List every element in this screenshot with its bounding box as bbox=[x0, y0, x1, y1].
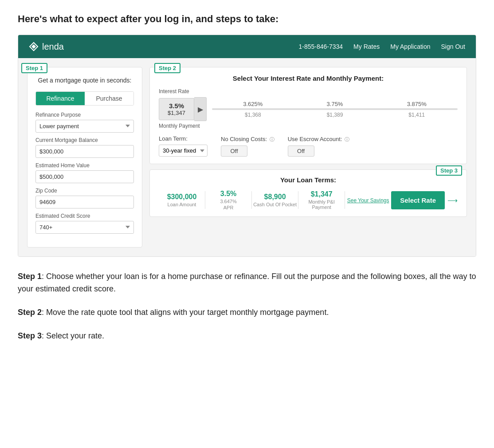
monthly-payment-main: $1,347 bbox=[298, 190, 345, 198]
brand-name: lenda bbox=[42, 42, 64, 52]
loan-terms-box: Step 3 Your Loan Terms: $300,000 Loan Am… bbox=[149, 169, 467, 217]
interest-rate-label: Interest Rate bbox=[159, 88, 458, 94]
payment-opt-0: $1,368 bbox=[212, 112, 294, 118]
no-closing-costs-group: No Closing Costs: ⓘ Off bbox=[221, 136, 274, 157]
loan-term-row: Loan Term: 30-year fixed No Closing Cost… bbox=[159, 135, 458, 157]
monthly-payment-label: Monthly P&I Payment bbox=[298, 199, 345, 210]
page-heading: Here's what to expect after you log in, … bbox=[18, 13, 476, 25]
credit-score-select[interactable]: 740+ bbox=[35, 221, 134, 234]
rate-track bbox=[212, 108, 458, 110]
panel-title: Get a mortgage quote in seconds: bbox=[35, 76, 134, 85]
mortgage-balance-label: Current Mortgage Balance bbox=[35, 137, 134, 143]
refinance-purpose-label: Refinance Purpose bbox=[35, 112, 134, 118]
monthly-payment-label: Monthly Payment bbox=[159, 123, 458, 129]
rate-pct: 3.5% bbox=[165, 102, 188, 110]
navbar-sign-out[interactable]: Sign Out bbox=[441, 43, 465, 50]
mortgage-balance-group: Current Mortgage Balance bbox=[35, 137, 134, 158]
app-screenshot: lenda 1-855-846-7334 My Rates My Applica… bbox=[18, 35, 476, 257]
zip-code-group: Zip Code bbox=[35, 188, 134, 208]
descriptions: Step 1: Choose whether your loan is for … bbox=[18, 270, 476, 342]
desc-step1: Step 1: Choose whether your loan is for … bbox=[18, 270, 476, 296]
desc-step3: Step 3: Select your rate. bbox=[18, 330, 476, 342]
desc-step1-text: : Choose whether your loan is for a home… bbox=[18, 272, 476, 294]
payment-opt-1: $1,389 bbox=[294, 112, 376, 118]
left-panel: Step 1 Get a mortgage quote in seconds: … bbox=[27, 67, 142, 248]
zip-code-label: Zip Code bbox=[35, 188, 134, 194]
monthly-payment-item: $1,347 Monthly P&I Payment bbox=[298, 190, 345, 210]
see-savings-link[interactable]: See Your Savings bbox=[347, 197, 389, 204]
zip-code-input[interactable] bbox=[35, 196, 134, 208]
select-rate-button[interactable]: Select Rate bbox=[391, 191, 445, 209]
right-panel: Step 2 Select Your Interest Rate and Mon… bbox=[149, 67, 467, 248]
see-savings-item: See Your Savings bbox=[345, 196, 391, 204]
loan-term-group: Loan Term: 30-year fixed bbox=[159, 135, 208, 157]
rate-box: Step 2 Select Your Interest Rate and Mon… bbox=[149, 67, 467, 164]
credit-score-group: Estimated Credit Score 740+ bbox=[35, 213, 134, 234]
no-closing-costs-toggle[interactable]: Off bbox=[221, 145, 247, 157]
rate-opt-0: 3.625% bbox=[212, 101, 294, 107]
desc-step3-text: : Select your rate. bbox=[42, 331, 104, 340]
navbar-brand: lenda bbox=[29, 42, 64, 52]
arrow-right-icon: ⟶ bbox=[447, 196, 458, 204]
no-closing-costs-label: No Closing Costs: ⓘ bbox=[221, 136, 274, 143]
desc-step1-label: Step 1 bbox=[18, 272, 42, 281]
loan-terms-row: $300,000 Loan Amount 3.5% 3.647% APR $8,… bbox=[159, 190, 458, 210]
apr-value: 3.647% bbox=[205, 199, 251, 204]
lenda-logo-icon bbox=[29, 42, 39, 51]
rate-opt-1: 3.75% bbox=[294, 101, 376, 107]
tab-row: Refinance Purchase bbox=[35, 91, 134, 106]
loan-term-select[interactable]: 30-year fixed bbox=[159, 145, 208, 157]
loan-term-label: Loan Term: bbox=[159, 135, 208, 142]
desc-step3-label: Step 3 bbox=[18, 331, 42, 340]
navbar-my-application[interactable]: My Application bbox=[390, 43, 430, 50]
refinance-purpose-group: Refinance Purpose Lower payment bbox=[35, 112, 134, 133]
loan-amount-label: Loan Amount bbox=[159, 202, 205, 207]
rate-opt-2: 3.875% bbox=[376, 101, 458, 107]
cash-out-value: $8,900 bbox=[252, 193, 298, 201]
app-body: Step 1 Get a mortgage quote in seconds: … bbox=[18, 58, 476, 256]
rate-options-container: 3.625% 3.75% 3.875% $1,368 $1,389 $1,411 bbox=[207, 101, 458, 118]
loan-amount-value: $300,000 bbox=[159, 193, 205, 201]
step2-badge: Step 2 bbox=[154, 63, 180, 73]
rate-payments-row: $1,368 $1,389 $1,411 bbox=[212, 112, 458, 118]
apr-label: APR bbox=[205, 205, 251, 210]
apr-item: 3.5% 3.647% APR bbox=[205, 190, 251, 210]
navbar-links: 1-855-846-7334 My Rates My Application S… bbox=[298, 43, 465, 50]
home-value-input[interactable] bbox=[35, 170, 134, 183]
svg-marker-1 bbox=[31, 44, 36, 49]
cash-out-label: Cash Out Of Pocket bbox=[252, 202, 298, 207]
desc-step2-text: : Move the rate quote tool that aligns w… bbox=[42, 308, 329, 317]
navbar-phone: 1-855-846-7334 bbox=[298, 43, 343, 50]
use-escrow-info-icon: ⓘ bbox=[345, 137, 349, 142]
home-value-group: Estimated Home Value bbox=[35, 162, 134, 183]
rate-selected: 3.5% $1,347 bbox=[159, 98, 194, 120]
rate-payment-value: $1,347 bbox=[165, 110, 188, 116]
rate-value: 3.5% bbox=[205, 190, 251, 198]
refinance-purpose-select[interactable]: Lower payment bbox=[35, 120, 134, 133]
credit-score-label: Estimated Credit Score bbox=[35, 213, 134, 219]
navbar: lenda 1-855-846-7334 My Rates My Applica… bbox=[18, 35, 476, 58]
use-escrow-toggle[interactable]: Off bbox=[288, 145, 314, 157]
home-value-label: Estimated Home Value bbox=[35, 162, 134, 169]
navbar-my-rates[interactable]: My Rates bbox=[353, 43, 380, 50]
rate-slider-row: 3.5% $1,347 ▶ 3.625% 3.75% 3.875% $1,368 bbox=[159, 97, 458, 121]
rate-opts-row: 3.625% 3.75% 3.875% bbox=[212, 101, 458, 107]
step3-badge: Step 3 bbox=[436, 165, 462, 176]
use-escrow-group: Use Escrow Account: ⓘ Off bbox=[288, 136, 349, 157]
rate-next-arrow[interactable]: ▶ bbox=[194, 97, 207, 121]
loan-amount-item: $300,000 Loan Amount bbox=[159, 193, 205, 207]
refinance-tab[interactable]: Refinance bbox=[36, 92, 85, 105]
mortgage-balance-input[interactable] bbox=[35, 145, 134, 158]
rate-box-title: Select Your Interest Rate and Monthly Pa… bbox=[159, 75, 458, 82]
cash-out-item: $8,900 Cash Out Of Pocket bbox=[252, 193, 298, 207]
payment-opt-2: $1,411 bbox=[376, 112, 458, 118]
desc-step2: Step 2: Move the rate quote tool that al… bbox=[18, 306, 476, 319]
loan-terms-title: Your Loan Terms: bbox=[159, 176, 458, 184]
use-escrow-label: Use Escrow Account: ⓘ bbox=[288, 136, 349, 143]
no-closing-costs-info-icon: ⓘ bbox=[270, 137, 274, 142]
purchase-tab[interactable]: Purchase bbox=[85, 92, 133, 105]
desc-step2-label: Step 2 bbox=[18, 308, 42, 317]
step1-badge: Step 1 bbox=[21, 63, 47, 73]
